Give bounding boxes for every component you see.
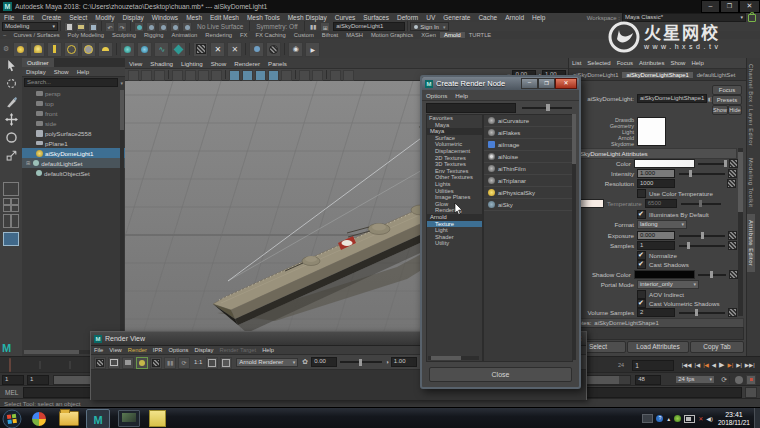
taskbar-app-pinwheel-icon[interactable]	[28, 410, 50, 428]
rv-zoom-ratio[interactable]: 1:1	[191, 359, 205, 365]
rv-render-icon[interactable]	[94, 357, 106, 369]
viewport-shaded-icon[interactable]	[242, 70, 253, 81]
rv-ipr-region-icon[interactable]	[150, 357, 162, 369]
panel-menu-lighting[interactable]: Lighting	[177, 60, 207, 67]
tray-help-icon[interactable]: ?	[656, 415, 663, 422]
ae-cast-volumetric-checkbox[interactable]	[637, 299, 646, 308]
menu-cache[interactable]: Cache	[474, 14, 501, 21]
ae-color-slider[interactable]	[698, 163, 727, 165]
ae-temperature-slider[interactable]	[681, 203, 721, 205]
ae-volume-samples-field[interactable]: 2	[637, 308, 675, 317]
quick-selection-field[interactable]: aiSkyDomeLight1	[333, 22, 405, 31]
crn-close-button[interactable]: ✕	[555, 78, 577, 89]
crn-list-vscrollbar[interactable]	[572, 114, 576, 360]
script-editor-icon[interactable]	[745, 387, 757, 398]
close-button[interactable]: ✕	[739, 0, 760, 13]
panel-menu-show[interactable]: Show	[207, 60, 230, 67]
layout-split-pane-button[interactable]	[3, 214, 19, 228]
viewport-gate-mask-icon[interactable]	[185, 70, 196, 81]
taskbar-folder-icon[interactable]	[59, 411, 79, 426]
rv-gamma-icon[interactable]: ◑	[385, 359, 389, 365]
menu-windows[interactable]: Windows	[148, 14, 182, 21]
panel-menu-shading[interactable]: Shading	[146, 60, 177, 67]
ae-volume-samples-slider[interactable]	[679, 312, 725, 314]
panel-menu-panels[interactable]: Panels	[264, 60, 291, 67]
crn-tree-surface[interactable]: Surface	[427, 135, 482, 142]
ae-exposure-slider[interactable]	[679, 235, 725, 237]
crn-minimize-button[interactable]: –	[521, 78, 538, 89]
menu-set-selector[interactable]: Modeling▾	[2, 22, 58, 31]
animation-start-field[interactable]: 1	[2, 375, 24, 385]
play-backwards-button[interactable]: ◀	[710, 362, 717, 368]
tray-language-icon[interactable]	[642, 414, 653, 423]
ae-menu-help[interactable]: Help	[688, 60, 706, 66]
ae-menu-show[interactable]: Show	[667, 60, 688, 66]
arnold-area-light-icon[interactable]	[13, 42, 28, 57]
step-forward-frame-button[interactable]: ▶|	[735, 362, 744, 368]
texture-pair-icon[interactable]	[249, 42, 264, 57]
rv-menu-help[interactable]: Help	[259, 347, 277, 353]
menu-select[interactable]: Select	[65, 14, 91, 21]
shelf-tab-custom[interactable]: Custom	[290, 32, 318, 38]
crn-close-dialog-button[interactable]: Close	[429, 367, 572, 382]
outliner-item-defaultobjectset[interactable]: defaultObjectSet	[22, 168, 125, 178]
crn-tree-image-planes[interactable]: Image Planes	[427, 194, 482, 201]
ae-section-skydome-attributes[interactable]: ▼ SkyDomeLight Attributes	[570, 148, 737, 159]
menu-arnold[interactable]: Arnold	[501, 14, 528, 21]
panel-menu-view[interactable]: View	[125, 60, 146, 67]
ae-menu-selected[interactable]: Selected	[584, 60, 613, 66]
crn-tree-other-textures[interactable]: Other Textures	[427, 174, 482, 181]
rv-remove-image-icon[interactable]	[220, 357, 232, 369]
shelf-tab-fx-caching[interactable]: FX Caching	[252, 32, 290, 38]
ae-vscrollbar[interactable]	[738, 148, 743, 316]
viewport-aa-icon[interactable]	[312, 70, 323, 81]
outliner-item-polysurface[interactable]: polySurface2558	[22, 128, 125, 138]
arnold-curve-icon[interactable]: ∿	[154, 42, 169, 57]
live-surface-button[interactable]: No Live Surface	[193, 23, 247, 30]
rv-renderer-dropdown[interactable]: Arnold Renderer	[236, 358, 298, 367]
go-to-end-button[interactable]: ▶▶|	[743, 362, 756, 368]
shelf-tab-poly-modeling[interactable]: Poly Modeling	[64, 32, 108, 38]
step-forward-key-button[interactable]: ▶|	[726, 362, 735, 368]
taskbar-clock[interactable]: 23:41 2018/11/21	[718, 411, 750, 427]
crn-tree-shader[interactable]: Shader	[427, 234, 482, 241]
ae-shadow-color-slider[interactable]	[698, 274, 727, 276]
tab-attribute-editor[interactable]: Attribute Editor	[747, 214, 755, 272]
rv-menu-render[interactable]: Render	[125, 347, 150, 353]
arnold-volume-icon[interactable]	[171, 42, 186, 57]
shelf-tab-fx[interactable]: FX	[236, 32, 251, 38]
ae-temperature-field[interactable]: 6500	[645, 199, 677, 208]
ae-copy-tab-button[interactable]: Copy Tab	[690, 341, 744, 353]
shelf-tab-arnold[interactable]: Arnold	[440, 32, 465, 38]
animation-preferences-icon[interactable]	[746, 375, 756, 385]
outliner-item-defaultlightset[interactable]: ⊞defaultLightSet	[22, 158, 125, 168]
crn-node-aithinfilm[interactable]: aiThinFilm	[484, 163, 572, 175]
ae-hide-button[interactable]: Hide	[728, 105, 742, 115]
shelf-tab-xgen[interactable]: XGen	[417, 32, 440, 38]
tab-channel-box[interactable]: Channel Box / Layer Editor	[747, 58, 755, 152]
rv-keep-image-icon[interactable]	[206, 357, 218, 369]
layout-active-button[interactable]	[3, 232, 19, 246]
show-desktop-button[interactable]	[754, 408, 760, 428]
crn-tree-utilities[interactable]: Utilities	[427, 188, 482, 195]
crn-tree-utility[interactable]: Utility	[427, 240, 482, 247]
ae-exposure-map-button[interactable]	[728, 231, 737, 240]
shelf-tab-turtle[interactable]: TURTLE	[465, 32, 495, 38]
menu-create[interactable]: Create	[38, 14, 66, 21]
outliner-item-pplane[interactable]: pPlane1	[22, 138, 125, 148]
ae-presets-button[interactable]: Presets	[712, 95, 742, 105]
ae-samples-slider[interactable]	[679, 245, 725, 247]
crn-tree-hscrollbar[interactable]	[428, 356, 479, 360]
menu-edit-mesh[interactable]: Edit Mesh	[206, 14, 243, 21]
ae-resolution-map-button[interactable]	[727, 179, 736, 188]
rv-menu-file[interactable]: File	[91, 347, 106, 353]
rv-menu-display[interactable]: Display	[191, 347, 216, 353]
tray-shield-icon[interactable]	[674, 415, 681, 422]
menu-display[interactable]: Display	[118, 14, 147, 21]
ae-notes-area[interactable]	[570, 327, 744, 340]
shelf-tab-animation[interactable]: Animation	[168, 32, 202, 38]
crn-tree-texture[interactable]: Texture	[427, 221, 482, 228]
arnold-physical-sky-icon[interactable]	[98, 42, 113, 57]
shelf-tab-rendering[interactable]: Rendering	[201, 32, 236, 38]
lasso-tool[interactable]	[0, 76, 22, 94]
